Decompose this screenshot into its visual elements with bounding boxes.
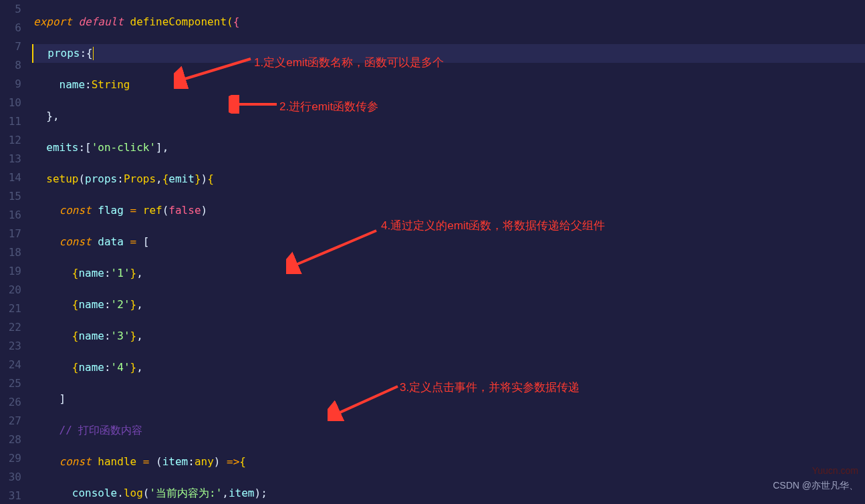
code-line: {name:'2'}, <box>33 295 865 314</box>
code-line: {name:'1'}, <box>33 264 865 283</box>
code-line: {name:'4'}, <box>33 358 865 377</box>
code-line: props:{ <box>32 44 865 63</box>
line-number-gutter: 5 6 7 8 9 10 11 12 13 14 15 16 17 18 19 … <box>0 0 33 504</box>
code-line: console.log('当前内容为:',item); <box>33 484 865 503</box>
code-line: name:String <box>33 76 865 94</box>
code-line: emits:['on-click'], <box>33 138 865 157</box>
code-line: }, <box>33 107 865 126</box>
watermark-site: Yuucn.com <box>812 465 858 476</box>
text-cursor <box>93 47 94 60</box>
code-line: {name:'3'}, <box>33 327 865 346</box>
code-editor[interactable]: 5 6 7 8 9 10 11 12 13 14 15 16 17 18 19 … <box>0 0 865 504</box>
code-line: const data = [ <box>33 233 865 251</box>
watermark-csdn: CSDN @亦世凡华、 <box>773 480 858 492</box>
code-line: const flag = ref(false) <box>33 201 865 220</box>
code-line: const handle = (item:any) =>{ <box>33 453 865 471</box>
code-area[interactable]: export default defineComponent({ props:{… <box>33 0 865 504</box>
code-line: // 打印函数内容 <box>33 421 865 440</box>
code-line: setup(props:Props,{emit}){ <box>33 170 865 188</box>
code-line: export default defineComponent({ <box>33 13 865 31</box>
code-line: ] <box>33 390 865 408</box>
